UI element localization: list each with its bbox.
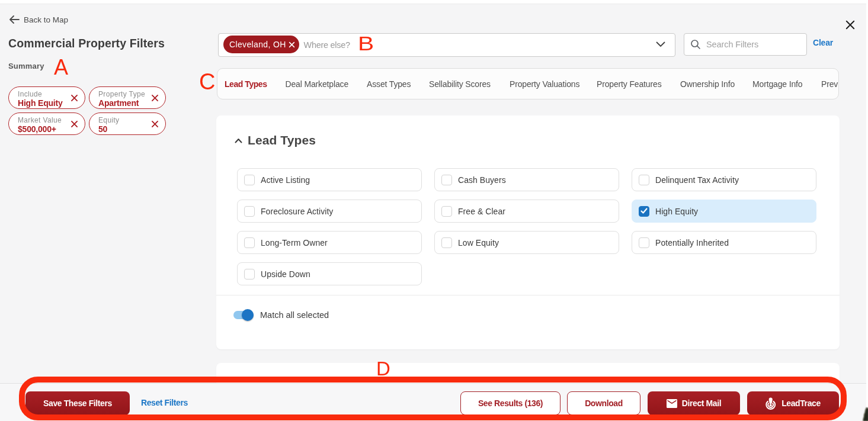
tab-previous[interactable]: Previous <box>821 79 839 89</box>
option-low-equity[interactable]: Low Equity <box>434 231 619 254</box>
back-to-map-label: Back to Map <box>24 15 68 24</box>
filter-chip-equity[interactable]: Equity 50 <box>89 113 166 135</box>
checkbox[interactable] <box>441 237 452 248</box>
summary-label: Summary <box>8 62 44 70</box>
reset-filters-link[interactable]: Reset Filters <box>141 398 188 407</box>
close-icon[interactable] <box>845 20 855 30</box>
tab-mortgage-info[interactable]: Mortgage Info <box>752 79 802 89</box>
summary-chips: Include High Equity Property Type Apartm… <box>8 86 174 135</box>
checkbox[interactable] <box>441 206 452 217</box>
back-to-map-link[interactable]: Back to Map <box>9 15 68 24</box>
section-title: Lead Types <box>248 133 316 147</box>
chip-remove-icon[interactable] <box>71 94 78 102</box>
divider <box>216 295 840 295</box>
location-chip-label: Cleveland, OH <box>229 40 286 49</box>
check-icon <box>639 205 649 216</box>
chip-remove-icon[interactable] <box>151 120 159 128</box>
search-placeholder: Search Filters <box>706 40 758 49</box>
clear-filters-link[interactable]: Clear <box>813 38 833 47</box>
chip-remove-icon[interactable] <box>151 94 159 102</box>
location-placeholder: Where else? <box>304 40 350 50</box>
checkbox[interactable] <box>639 237 649 248</box>
tab-sellability-scores[interactable]: Sellability Scores <box>429 79 491 89</box>
tab-lead-types[interactable]: Lead Types <box>225 79 267 89</box>
search-filters-input[interactable]: Search Filters <box>684 33 807 56</box>
option-foreclosure-activity[interactable]: Foreclosure Activity <box>237 200 422 223</box>
filter-chip-property-type[interactable]: Property Type Apartment <box>89 86 166 109</box>
checkbox-checked[interactable] <box>639 206 649 217</box>
tab-ownership-info[interactable]: Ownership Info <box>680 79 735 89</box>
checkbox[interactable] <box>244 175 255 185</box>
chevron-up-icon[interactable] <box>235 138 242 143</box>
option-free-clear[interactable]: Free & Clear <box>434 200 619 223</box>
save-these-filters-button[interactable]: Save These Filters <box>25 391 130 415</box>
leadtrace-button[interactable]: LeadTrace <box>747 391 839 415</box>
match-all-toggle[interactable] <box>233 309 254 321</box>
lead-types-card: Lead Types Active Listing Cash Buyers De… <box>216 115 840 349</box>
filter-chip-market-value[interactable]: Market Value $500,000+ <box>8 113 85 135</box>
option-long-term-owner[interactable]: Long-Term Owner <box>237 231 422 254</box>
checkbox[interactable] <box>244 237 255 248</box>
tab-property-valuations[interactable]: Property Valuations <box>510 79 579 89</box>
option-high-equity[interactable]: High Equity <box>632 200 816 223</box>
option-cash-buyers[interactable]: Cash Buyers <box>434 168 619 191</box>
option-delinquent-tax-activity[interactable]: Delinquent Tax Activity <box>632 168 816 191</box>
tab-property-features[interactable]: Property Features <box>597 79 662 89</box>
tab-asset-types[interactable]: Asset Types <box>367 79 411 89</box>
lead-type-options: Active Listing Cash Buyers Delinquent Ta… <box>237 168 816 285</box>
direct-mail-button[interactable]: Direct Mail <box>648 391 740 415</box>
chip-remove-icon[interactable] <box>71 120 78 128</box>
see-results-button[interactable]: See Results (136) <box>460 391 560 415</box>
tab-deal-marketplace[interactable]: Deal Marketplace <box>286 79 349 89</box>
location-chip-remove-icon[interactable] <box>289 41 295 48</box>
filters-panel: Back to Map Commercial Property Filters … <box>0 4 866 421</box>
checkbox[interactable] <box>244 206 255 217</box>
checkbox[interactable] <box>639 175 649 185</box>
filter-chip-include[interactable]: Include High Equity <box>8 86 85 109</box>
page-title: Commercial Property Filters <box>8 37 165 50</box>
option-upside-down[interactable]: Upside Down <box>237 262 422 285</box>
match-all-label: Match all selected <box>260 310 329 320</box>
chevron-down-icon[interactable] <box>656 41 665 47</box>
location-input[interactable]: Cleveland, OH Where else? <box>218 33 675 57</box>
bottom-action-bar: Save These Filters Reset Filters See Res… <box>0 383 866 421</box>
leadtrace-icon <box>765 397 777 410</box>
checkbox[interactable] <box>244 269 255 279</box>
search-icon <box>690 39 701 50</box>
option-active-listing[interactable]: Active Listing <box>237 168 422 191</box>
checkbox[interactable] <box>441 175 452 185</box>
option-potentially-inherited[interactable]: Potentially Inherited <box>632 231 816 254</box>
download-button[interactable]: Download <box>567 391 640 415</box>
back-arrow-icon <box>9 15 20 24</box>
location-chip[interactable]: Cleveland, OH <box>223 36 299 53</box>
filter-category-tabs: Lead Types Deal Marketplace Asset Types … <box>217 68 839 99</box>
mail-icon <box>667 399 677 408</box>
